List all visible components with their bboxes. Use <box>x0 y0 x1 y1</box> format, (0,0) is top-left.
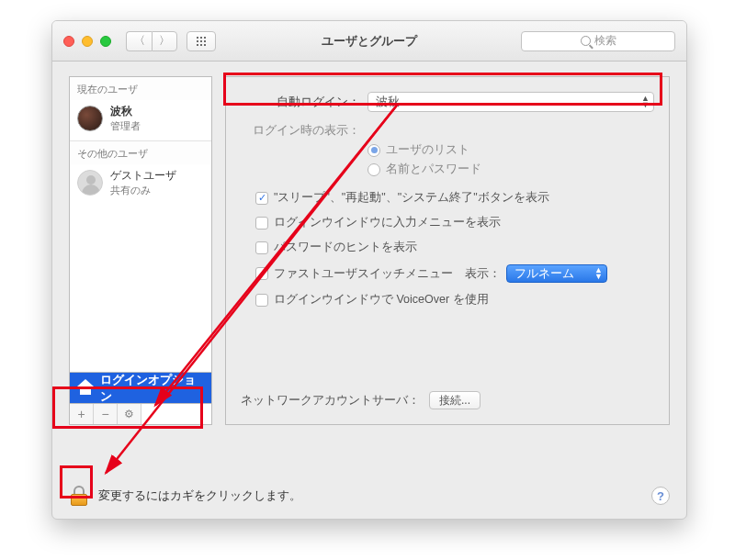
login-options-panel: 自動ログイン： 波秋 ▲▼ ログイン時の表示： ユーザのリスト <box>225 76 670 425</box>
system-preferences-window: 〈 〉 ユーザとグループ 検索 現在のユーザ 波秋 管理者 <box>51 20 687 520</box>
updown-icon: ▲▼ <box>641 95 650 108</box>
network-connect-button[interactable]: 接続... <box>429 391 481 409</box>
guest-user-name: ゲストユーザ <box>110 168 176 184</box>
minimize-window-button[interactable] <box>82 36 93 47</box>
chk-sleep-restart-shutdown[interactable]: ✓ "スリープ"、"再起動"、"システム終了"ボタンを表示 <box>255 190 654 206</box>
nav-back-button[interactable]: 〈 <box>126 31 152 51</box>
checkbox-icon <box>255 294 268 307</box>
lock-button[interactable] <box>69 486 89 506</box>
checkbox-icon <box>255 217 268 230</box>
preferences-body: 現在のユーザ 波秋 管理者 その他のユーザ ゲストユーザ 共有のみ <box>52 62 686 519</box>
auto-login-label: 自動ログイン： <box>241 95 360 110</box>
titlebar: 〈 〉 ユーザとグループ 検索 <box>52 21 686 62</box>
current-user-name: 波秋 <box>110 104 141 119</box>
chk-fast-user-switching[interactable]: ✓ ファストユーザスイッチメニュー 表示： フルネーム ▲▼ <box>255 264 654 283</box>
checkbox-icon: ✓ <box>255 267 268 280</box>
network-account-label: ネットワークアカウントサーバ： <box>241 393 420 409</box>
sidebar-login-options[interactable]: ログインオプション <box>70 372 211 403</box>
sidebar-current-user[interactable]: 波秋 管理者 <box>70 100 211 140</box>
radio-name-password[interactable]: 名前とパスワード <box>368 162 654 177</box>
nav-back-forward: 〈 〉 <box>126 31 177 51</box>
help-button[interactable]: ? <box>651 487 670 505</box>
lock-text: 変更するにはカギをクリックします。 <box>98 487 301 504</box>
auto-login-value: 波秋 <box>376 95 400 110</box>
network-account-row: ネットワークアカウントサーバ： 接続... <box>241 391 654 409</box>
chk-input-menu[interactable]: ログインウインドウに入力メニューを表示 <box>255 215 654 230</box>
radio-icon <box>368 144 380 157</box>
window-traffic-lights <box>63 36 111 47</box>
chk-password-hint[interactable]: パスワードのヒントを表示 <box>255 240 654 255</box>
nav-forward-button[interactable]: 〉 <box>152 31 177 51</box>
search-placeholder: 検索 <box>594 33 616 49</box>
login-options-label: ログインオプション <box>100 372 204 405</box>
login-display-label: ログイン時の表示： <box>241 123 360 139</box>
lock-row: 変更するにはカギをクリックします。 ? <box>69 486 670 506</box>
chk-voiceover[interactable]: ログインウインドウで VoiceOver を使用 <box>255 292 654 308</box>
show-all-button[interactable] <box>187 31 216 51</box>
grid-icon <box>196 36 207 47</box>
auto-login-popup[interactable]: 波秋 ▲▼ <box>368 92 654 112</box>
sidebar-heading-other: その他のユーザ <box>70 141 211 164</box>
login-display-radio-group: ユーザのリスト 名前とパスワード <box>368 142 654 177</box>
remove-user-button[interactable]: − <box>94 404 118 424</box>
user-gear-button[interactable]: ⚙ <box>118 404 141 424</box>
radio-icon <box>368 163 380 176</box>
checkbox-icon <box>255 241 268 254</box>
sidebar-guest-user[interactable]: ゲストユーザ 共有のみ <box>70 164 211 205</box>
fast-switch-value: フルネーム <box>514 266 574 282</box>
users-sidebar: 現在のユーザ 波秋 管理者 その他のユーザ ゲストユーザ 共有のみ <box>69 76 212 425</box>
radio-user-list[interactable]: ユーザのリスト <box>368 142 654 158</box>
close-window-button[interactable] <box>63 36 74 47</box>
search-icon <box>581 36 591 46</box>
zoom-window-button[interactable] <box>100 36 111 47</box>
sidebar-plus-minus-bar: + − ⚙ <box>70 403 211 424</box>
add-user-button[interactable]: + <box>70 404 94 424</box>
guest-user-role: 共有のみ <box>110 184 176 197</box>
gear-icon: ⚙ <box>124 408 134 420</box>
chevron-right-icon: 〉 <box>159 33 170 49</box>
search-field[interactable]: 検索 <box>521 31 675 51</box>
user-avatar <box>77 106 103 131</box>
sidebar-heading-current: 現在のユーザ <box>70 77 211 100</box>
home-icon <box>77 381 93 396</box>
guest-avatar-icon <box>77 170 103 196</box>
updown-icon: ▲▼ <box>594 267 603 280</box>
fast-switch-popup[interactable]: フルネーム ▲▼ <box>506 264 607 283</box>
checkbox-icon: ✓ <box>255 192 268 205</box>
chevron-left-icon: 〈 <box>134 33 145 49</box>
current-user-role: 管理者 <box>110 119 141 133</box>
